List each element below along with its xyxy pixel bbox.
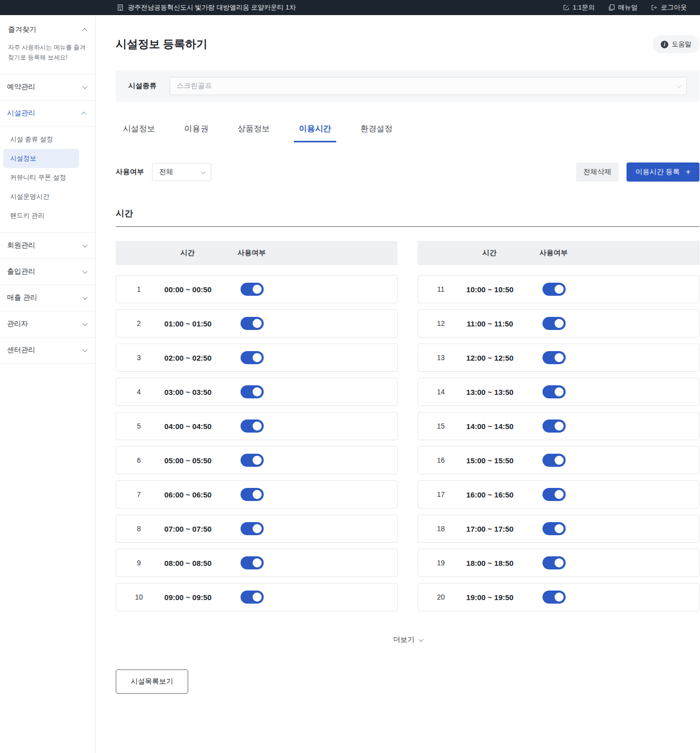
time-slot-row: 1514:00 ~ 14:50 [418,412,699,440]
use-toggle[interactable] [542,317,566,330]
use-toggle[interactable] [542,283,566,296]
use-toggle[interactable] [542,351,566,364]
use-toggle[interactable] [241,556,264,569]
slot-time: 19:00 ~ 19:50 [463,593,516,602]
show-more-button[interactable]: 더보기 [394,635,422,644]
use-toggle[interactable] [542,420,566,433]
use-toggle[interactable] [241,317,264,330]
sidebar-menu-item[interactable]: 출입관리 [0,259,95,285]
sidebar-menu-item[interactable]: 회원관리 [0,233,95,259]
use-toggle[interactable] [241,488,264,501]
slot-number: 20 [418,593,463,601]
facility-type-label: 시설종류 [128,81,157,91]
slot-time: 03:00 ~ 03:50 [162,388,214,396]
logout-link[interactable]: 로그아웃 [651,3,687,12]
use-toggle[interactable] [241,385,264,398]
time-slot-row: 807:00 ~ 07:50 [116,515,398,543]
time-slot-row: 1211:00 ~ 11:50 [418,309,699,338]
slot-number: 4 [116,388,162,396]
sidebar-menu-label: 예약관리 [7,82,35,92]
use-toggle[interactable] [542,591,566,604]
use-toggle[interactable] [241,454,264,467]
use-toggle[interactable] [241,591,264,604]
slot-number: 3 [116,354,162,362]
slot-number: 15 [418,422,463,430]
slot-number: 6 [116,456,162,464]
page-title: 시설정보 등록하기 [116,37,207,52]
tab-1[interactable]: 이용권 [179,117,213,142]
chevron-down-icon [83,347,88,352]
sidebar-menu-item[interactable]: 시설관리 [0,101,95,127]
facility-list-button[interactable]: 시설목록보기 [116,670,188,694]
favorites-hint: 자주 사용하시는 메뉴를 즐겨찾기로 등록해 보세요! [8,42,87,63]
favorites-header[interactable]: 즐겨찾기 [8,25,87,34]
chevron-down-icon [83,242,88,247]
slot-number: 9 [116,559,162,567]
use-filter-value: 전체 [159,168,173,177]
use-toggle[interactable] [542,556,566,569]
sidebar-menu-item[interactable]: 매출 관리 [0,285,95,311]
sidebar-submenu-item[interactable]: 시설정보 [3,149,79,168]
tab-0[interactable]: 시설정보 [118,117,160,142]
show-more-label: 더보기 [394,635,415,644]
use-toggle[interactable] [241,283,264,296]
use-toggle[interactable] [542,522,566,535]
time-slot-row: 1615:00 ~ 15:50 [418,446,699,474]
use-toggle[interactable] [542,488,566,501]
slot-number: 8 [116,525,162,533]
time-slot-row: 504:00 ~ 04:50 [116,412,398,440]
help-label: 도움말 [672,40,691,49]
slot-number: 2 [116,319,162,327]
slot-time: 10:00 ~ 10:50 [463,285,516,294]
chevron-up-icon [81,112,86,117]
sidebar-menu-label: 시설관리 [7,109,35,118]
sidebar-menu-item[interactable]: 센터관리 [0,338,95,364]
slot-number: 10 [116,593,162,601]
slot-time: 12:00 ~ 12:50 [463,354,516,362]
sidebar-submenu-item[interactable]: 핸드키 관리 [3,206,79,225]
sidebar-menu-label: 관리자 [7,319,28,328]
inquiry-link[interactable]: 1:1문의 [563,3,595,12]
time-slot-row: 201:00 ~ 01:50 [116,309,398,338]
time-slot-row: 1312:00 ~ 12:50 [418,344,699,372]
tab-bar: 시설정보이용권상품정보이용시간환경설정 [116,117,699,142]
slot-number: 19 [418,559,463,567]
favorites-title: 즐겨찾기 [8,25,36,34]
time-slot-row: 908:00 ~ 08:50 [116,549,398,577]
tab-4[interactable]: 환경설정 [355,117,398,142]
tab-2[interactable]: 상품정보 [232,117,275,142]
slot-number: 14 [418,388,463,396]
sidebar-submenu-item[interactable]: 시설 종류 설정 [3,130,79,149]
use-toggle[interactable] [241,522,264,535]
chevron-down-icon [83,269,88,274]
sidebar-menu-item[interactable]: 관리자 [0,311,95,338]
time-slot-row: 2019:00 ~ 19:50 [418,583,699,611]
sidebar-submenu-item[interactable]: 시설운영시간 [3,187,79,206]
tab-3[interactable]: 이용시간 [294,117,336,142]
time-slot-row: 1716:00 ~ 16:50 [418,480,699,509]
topbar: 광주전남공동혁신도시 빛가람 대방엘리움 로얄카운티 1차 1:1문의 매뉴얼 … [0,0,700,15]
delete-all-button[interactable]: 전체삭제 [576,162,618,182]
sidebar-menu-item[interactable]: 예약관리 [0,74,95,101]
slot-time: 04:00 ~ 04:50 [162,422,214,431]
chevron-down-icon [201,169,206,174]
time-table-header: 시간 사용여부 [418,241,699,265]
chevron-up-icon [82,28,87,33]
logout-icon [651,4,658,11]
main-content: 시설정보 등록하기 i 도움말 시설종류 스크린골프 시설정보이용권상품정보이용… [96,15,700,753]
use-toggle[interactable] [542,454,566,467]
sidebar-submenu-item[interactable]: 커뮤니티 쿠폰 설정 [3,168,79,187]
slot-number: 1 [116,285,162,293]
time-table-right: 시간 사용여부 1110:00 ~ 10:501211:00 ~ 11:5013… [418,241,699,617]
slot-number: 16 [418,456,463,464]
use-toggle[interactable] [542,385,566,398]
sidebar-submenu: 시설 종류 설정시설정보커뮤니티 쿠폰 설정시설운영시간핸드키 관리 [0,127,95,233]
use-filter-select[interactable]: 전체 [152,163,211,181]
use-toggle[interactable] [241,420,264,433]
favorites-block: 즐겨찾기 자주 사용하시는 메뉴를 즐겨찾기로 등록해 보세요! [0,15,95,74]
help-button[interactable]: i 도움말 [653,35,699,53]
use-toggle[interactable] [241,351,264,364]
register-time-button[interactable]: 이용시간 등록 + [627,162,699,182]
facility-type-select[interactable]: 스크린골프 [170,77,687,95]
manual-link[interactable]: 매뉴얼 [608,3,638,12]
